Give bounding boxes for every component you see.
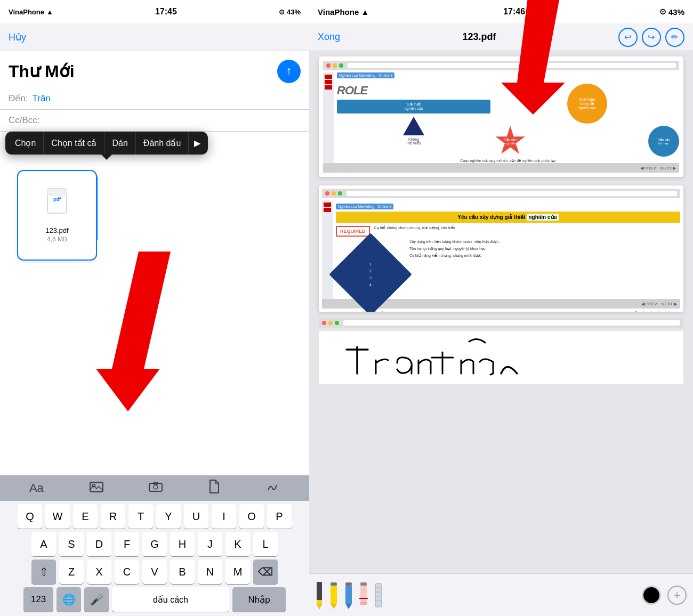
required-desc: Cụ thể, không chung chung, trừu tượng, k… [374, 226, 455, 230]
right-panel: VinaPhone ▲ 17:46 ⊙ 43% Xong 123.pdf ↩ ↪… [309, 0, 693, 616]
numbers-key[interactable]: 123 [23, 587, 53, 612]
key-v[interactable]: V [142, 560, 167, 584]
svg-marker-13 [317, 604, 322, 610]
max-dot [339, 63, 343, 68]
key-w[interactable]: W [45, 504, 70, 529]
undo-button[interactable]: ↩ [618, 28, 638, 47]
redo-button[interactable]: ↪ [642, 28, 661, 47]
key-j[interactable]: J [198, 532, 222, 556]
key-n[interactable]: N [198, 560, 222, 584]
draw-tool-marker-yellow[interactable] [329, 581, 338, 609]
camera-key[interactable] [144, 479, 167, 498]
attachment-item[interactable]: pdf 123.pdf 4,6 MB [17, 170, 97, 261]
add-tool-button[interactable]: + [667, 586, 687, 605]
key-f[interactable]: F [115, 532, 139, 556]
delete-key[interactable]: ⌫ [253, 560, 278, 584]
key-p[interactable]: P [267, 504, 292, 529]
key-h[interactable]: H [170, 532, 195, 556]
key-a[interactable]: A [31, 532, 56, 556]
carrier-right: VinaPhone [318, 7, 359, 17]
draw-tool-eraser[interactable] [359, 581, 368, 609]
key-y[interactable]: Y [156, 504, 181, 529]
context-chon-tat-ca[interactable]: Chọn tất cả [44, 132, 104, 155]
bottom-text-1: Cuộc nghiên cứu quy mô lớn, vấn đề nghiê… [337, 159, 679, 163]
key-x[interactable]: X [87, 560, 111, 584]
space-key[interactable]: dấu cách [112, 587, 229, 612]
svg-rect-1 [47, 189, 67, 196]
nav-bar-left: Hủy [0, 23, 309, 51]
context-dan[interactable]: Dán [105, 132, 136, 155]
page2-bottom-labels: Xoay quanh, gần liền với vấn đề nghiên c… [336, 311, 680, 312]
to-field[interactable]: Đến: Trân [0, 87, 309, 110]
shift-key[interactable]: ⇧ [31, 560, 56, 584]
pdf-file-icon: pdf [46, 188, 68, 219]
return-key[interactable]: Nhập [232, 587, 286, 612]
file-key[interactable] [204, 477, 224, 499]
draw-tool-marker-blue[interactable] [344, 581, 353, 609]
next-btn-1[interactable]: NEXT ▶ [660, 166, 676, 171]
battery-pct-right: 43% [668, 7, 684, 17]
key-b[interactable]: B [170, 560, 195, 584]
key-c[interactable]: C [115, 560, 139, 584]
pdf-viewer[interactable]: Nghien cuu Marketing - Online 3 ROLE Giả… [309, 51, 693, 573]
key-o[interactable]: O [239, 504, 264, 529]
svg-rect-21 [360, 586, 367, 604]
key-d[interactable]: D [87, 532, 111, 556]
page1-main: Nghien cuu Marketing - Online 3 ROLE Giả… [337, 72, 679, 163]
key-q[interactable]: Q [18, 504, 42, 529]
context-danh-dau[interactable]: Đánh dấu [136, 132, 189, 155]
browser-chrome-3 [319, 318, 683, 328]
status-bar-right: VinaPhone ▲ 17:46 ⊙ 43% [309, 0, 693, 23]
blue-box-1: Giả thiếtnghiên cứu [337, 100, 490, 114]
next-btn-2[interactable]: NEXT ▶ [662, 302, 677, 306]
key-s[interactable]: S [59, 532, 84, 556]
prev-btn-1[interactable]: ◀ PREV [640, 166, 656, 171]
draw-tool-pencil[interactable] [316, 581, 323, 610]
page1-left: ROLE Giả thiếtnghiên cứu Khôngthể thiếu [337, 84, 490, 157]
context-chon[interactable]: Chọn [7, 132, 44, 155]
prev-btn-2[interactable]: ◀ PREV [641, 302, 657, 306]
gallery-key[interactable] [85, 479, 108, 498]
star-burst: Tiếp cậnmục tiêu [495, 126, 526, 157]
key-l[interactable]: L [253, 532, 278, 556]
key-u[interactable]: U [184, 504, 208, 529]
signature-key[interactable] [262, 479, 284, 498]
key-row-4: 123 🌐 🎤 dấu cách Nhập [2, 587, 307, 612]
color-picker[interactable] [642, 586, 661, 605]
key-r[interactable]: R [101, 504, 125, 529]
font-key[interactable]: Aa [25, 479, 48, 497]
key-z[interactable]: Z [59, 560, 84, 584]
send-button[interactable]: ↑ [277, 60, 301, 83]
wifi-icon-right: ▲ [361, 7, 369, 17]
handwriting-area[interactable] [319, 331, 683, 384]
compose-title-bar: Thư Mới ↑ [0, 51, 309, 87]
key-m[interactable]: M [225, 560, 250, 584]
pdf-page-2-content: Nghien cuu Marketing - Online 3 Yêu cầu … [319, 185, 683, 312]
keyboard-toolbar: Aa [0, 475, 309, 501]
pdf-page-1-inner: Nghien cuu Marketing - Online 3 ROLE Giả… [323, 72, 679, 163]
compose-body[interactable]: Chọn Chọn tất cả Dán Đánh dấu ▶ pdf [0, 132, 309, 475]
pencil-button[interactable]: ✏ [665, 28, 684, 47]
key-i[interactable]: I [212, 504, 236, 529]
key-e[interactable]: E [73, 504, 98, 529]
triangle-label: Khôngthể thiếu [337, 137, 490, 145]
context-more-arrow[interactable]: ▶ [189, 132, 206, 155]
draw-tool-ruler[interactable] [374, 581, 383, 609]
page1-diagram: ROLE Giả thiếtnghiên cứu Khôngthể thiếu … [337, 84, 679, 157]
page1-right: Khái niệmdùng đểnghiên cứu Tiếp cậnmục t… [495, 84, 679, 157]
done-button[interactable]: Xong [318, 31, 340, 43]
mic-key[interactable]: 🎤 [84, 587, 109, 612]
cc-field[interactable]: Cc/Bcc: [0, 110, 309, 132]
wifi-icon-left: ▲ [46, 8, 53, 16]
cursor-indicator [96, 176, 98, 240]
key-t[interactable]: T [128, 504, 153, 529]
left-panel: VinaPhone ▲ 17:45 ⊙ 43% Hủy Thư Mới ↑ Đế… [0, 0, 309, 616]
key-k[interactable]: K [225, 532, 250, 556]
cancel-button[interactable]: Hủy [9, 31, 26, 43]
status-bar-left: VinaPhone ▲ 17:45 ⊙ 43% [0, 0, 309, 23]
context-menu: Chọn Chọn tất cả Dán Đánh dấu ▶ [5, 132, 208, 155]
svg-rect-11 [317, 582, 322, 602]
key-g[interactable]: G [142, 532, 167, 556]
svg-rect-17 [345, 582, 352, 586]
globe-key[interactable]: 🌐 [57, 587, 81, 612]
